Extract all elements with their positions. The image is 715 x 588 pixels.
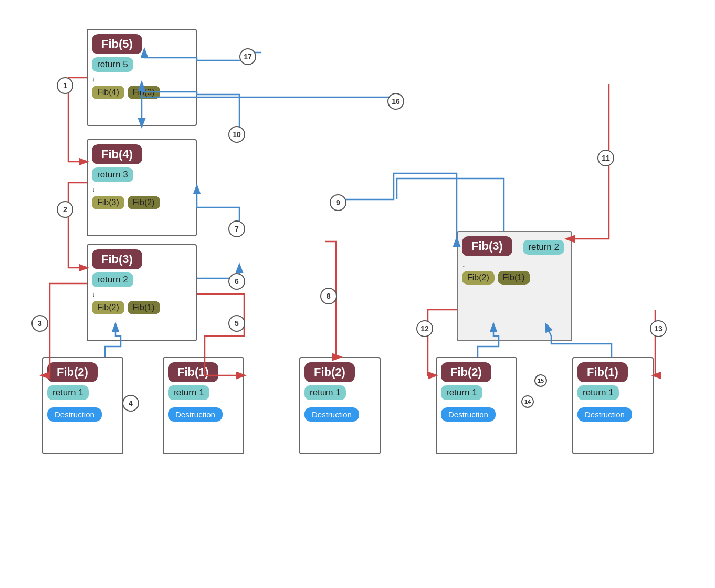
frame-fib1a: Fib(1) return 1 Destruction (163, 357, 244, 454)
circle-11: 11 (597, 150, 614, 166)
fib2c-return: return 1 (441, 385, 482, 400)
circle-14: 14 (521, 395, 534, 408)
fib2a-return: return 1 (47, 385, 89, 400)
circle-16: 16 (387, 93, 404, 110)
fib4-return: return 3 (92, 167, 133, 182)
circle-8: 8 (320, 288, 337, 304)
fib2c-destruction-btn[interactable]: Destruction (441, 407, 496, 422)
fib1a-title: Fib(1) (168, 362, 218, 382)
fib2a-destruction-btn[interactable]: Destruction (47, 407, 102, 422)
frame-fib2b: Fib(2) return 1 Destruction (299, 357, 381, 454)
fib4-sub-fib2: Fib(2) (128, 196, 160, 209)
fib2a-title: Fib(2) (47, 362, 98, 382)
fib1b-return: return 1 (577, 385, 619, 400)
diagram-container: Fib(5) return 5 ↓ Fib(4) Fib(3) Fib(4) r… (0, 0, 715, 588)
fib2b-return: return 1 (304, 385, 346, 400)
circle-1: 1 (57, 77, 73, 94)
fib4-title: Fib(4) (92, 144, 142, 164)
circle-3: 3 (31, 315, 48, 332)
fib2b-title: Fib(2) (304, 362, 355, 382)
frame-fib3b: Fib(3) return 2 ↓ Fib(2) Fib(1) (457, 231, 572, 341)
circle-4: 4 (122, 395, 139, 412)
fib3a-title: Fib(3) (92, 249, 142, 269)
circle-7: 7 (228, 220, 245, 237)
fib3b-subcalls: Fib(2) Fib(1) (462, 271, 567, 285)
fib3a-sub-fib1: Fib(1) (128, 301, 160, 314)
frame-fib2c: Fib(2) return 1 Destruction (436, 357, 517, 454)
frame-fib5: Fib(5) return 5 ↓ Fib(4) Fib(3) (87, 29, 197, 126)
fib3b-return: return 2 (523, 240, 564, 255)
fib3a-return: return 2 (92, 272, 133, 287)
frame-fib2a: Fib(2) return 1 Destruction (42, 357, 123, 454)
circle-5: 5 (228, 315, 245, 332)
fib3a-subcalls: Fib(2) Fib(1) (92, 301, 192, 314)
frame-fib1b: Fib(1) return 1 Destruction (572, 357, 654, 454)
fib2b-destruction-btn[interactable]: Destruction (304, 407, 359, 422)
fib5-subcalls: Fib(4) Fib(3) (92, 86, 192, 99)
circle-17: 17 (239, 48, 256, 65)
circle-13: 13 (650, 320, 667, 337)
fib1a-return: return 1 (168, 385, 209, 400)
circle-6: 6 (228, 273, 245, 290)
frame-fib4: Fib(4) return 3 ↓ Fib(3) Fib(2) (87, 139, 197, 236)
circle-15: 15 (534, 374, 547, 387)
fib5-sub-fib3: Fib(3) (128, 86, 160, 99)
circle-12: 12 (416, 320, 433, 337)
frame-fib3a: Fib(3) return 2 ↓ Fib(2) Fib(1) (87, 244, 197, 341)
fib3b-sub-fib2: Fib(2) (462, 271, 495, 285)
fib5-sub-fib4: Fib(4) (92, 86, 124, 99)
fib4-sub-fib3: Fib(3) (92, 196, 124, 209)
fib5-title: Fib(5) (92, 34, 142, 54)
fib2c-title: Fib(2) (441, 362, 491, 382)
fib3b-title: Fib(3) (462, 236, 512, 256)
fib1a-destruction-btn[interactable]: Destruction (168, 407, 223, 422)
fib3a-sub-fib2: Fib(2) (92, 301, 124, 314)
fib1b-title: Fib(1) (577, 362, 628, 382)
fib4-subcalls: Fib(3) Fib(2) (92, 196, 192, 209)
fib5-return: return 5 (92, 57, 133, 72)
circle-9: 9 (330, 194, 346, 211)
fib3b-sub-fib1: Fib(1) (498, 271, 530, 285)
fib1b-destruction-btn[interactable]: Destruction (577, 407, 632, 422)
circle-10: 10 (228, 126, 245, 143)
circle-2: 2 (57, 201, 73, 218)
